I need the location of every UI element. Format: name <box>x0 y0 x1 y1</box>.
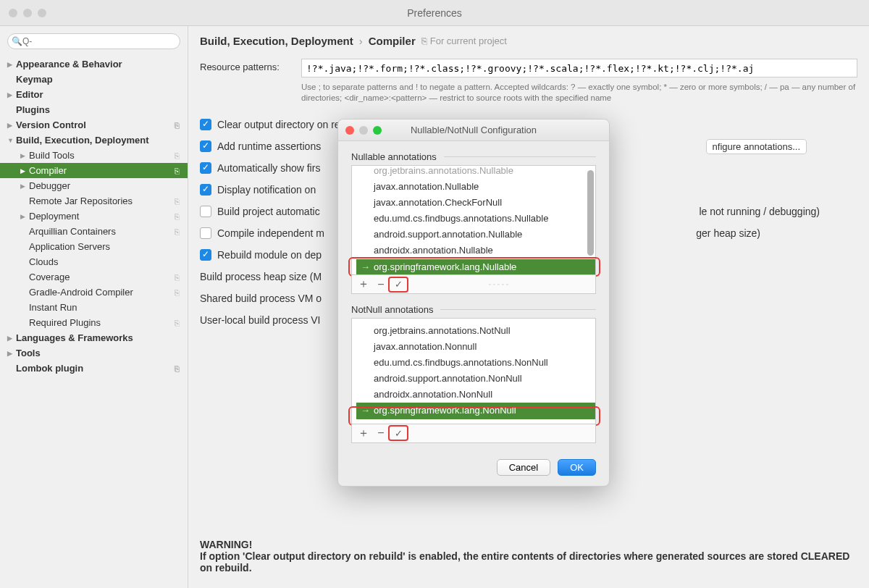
sidebar-item-label: Deployment <box>29 211 79 222</box>
sidebar-item-label: Application Servers <box>29 241 110 252</box>
sidebar-item-coverage[interactable]: Coverage⎘ <box>0 269 188 285</box>
sidebar-item-plugins[interactable]: Plugins <box>0 102 188 117</box>
window-titlebar: Preferences <box>0 0 869 26</box>
chk-auto-show[interactable] <box>200 162 211 174</box>
sidebar-item-version-control[interactable]: ▶Version Control⎘ <box>0 117 188 133</box>
sidebar-item-editor[interactable]: ▶Editor <box>0 87 188 102</box>
sidebar-item-label: Languages & Frameworks <box>16 332 133 343</box>
sidebar-item-remote-jar-repositories[interactable]: Remote Jar Repositories⎘ <box>0 193 188 209</box>
window-title: Preferences <box>407 7 461 19</box>
sidebar-item-tools[interactable]: ▶Tools <box>0 345 188 361</box>
list-item[interactable]: org.jetbrains.annotations.NotNull <box>356 323 595 339</box>
sidebar-item-label: Compiler <box>29 165 67 176</box>
list-item[interactable]: edu.umd.cs.findbugs.annotations.NonNull <box>356 355 595 371</box>
list-item[interactable]: org.springframework.lang.Nullable <box>356 259 595 275</box>
project-scope-icon: ⎘ <box>172 287 182 298</box>
sidebar-item-label: Build, Execution, Deployment <box>16 135 148 146</box>
resource-input[interactable] <box>301 59 857 77</box>
cancel-button[interactable]: Cancel <box>497 459 550 476</box>
modal-title: Nullable/NotNull Configuration <box>411 125 537 135</box>
sidebar-item-label: Arquillian Containers <box>29 226 116 237</box>
modal-minimize-icon[interactable] <box>359 126 368 135</box>
sidebar-item-languages-frameworks[interactable]: ▶Languages & Frameworks <box>0 330 188 345</box>
nullable-listbox[interactable]: org.jetbrains.annotations.Nullablejavax.… <box>351 165 596 275</box>
set-default-button[interactable]: ✓ <box>390 277 407 292</box>
chk-clear-output[interactable] <box>200 119 211 130</box>
sidebar-item-label: Instant Run <box>29 302 77 313</box>
list-item[interactable]: android.support.annotation.NonNull <box>356 371 595 387</box>
minimize-window-icon[interactable] <box>23 9 32 17</box>
list-item[interactable]: android.support.annotation.Nullable <box>356 227 595 243</box>
sidebar-item-clouds[interactable]: Clouds <box>0 254 188 269</box>
list-item[interactable]: javax.annotation.Nonnull <box>356 339 595 355</box>
search-input[interactable] <box>7 33 180 49</box>
sidebar-item-instant-run[interactable]: Instant Run <box>0 300 188 315</box>
ok-button[interactable]: OK <box>558 459 596 476</box>
chk-compile-independent-label: Compile independent m <box>217 227 324 239</box>
add-button[interactable]: ＋ <box>355 426 372 440</box>
chk-display-notification[interactable] <box>200 184 211 196</box>
chk-auto-show-label: Automatically show firs <box>217 162 320 174</box>
list-item[interactable]: androidx.annotation.Nullable <box>356 243 595 259</box>
list-item[interactable]: androidx.annotation.NonNull <box>356 387 595 403</box>
sidebar-item-label: Lombok plugin <box>16 363 83 374</box>
zoom-window-icon[interactable] <box>38 9 46 17</box>
sidebar-item-keymap[interactable]: Keymap <box>0 72 188 87</box>
scrollbar-thumb[interactable] <box>587 170 594 256</box>
modal-close-icon[interactable] <box>345 126 354 135</box>
sidebar-item-gradle-android-compiler[interactable]: Gradle-Android Compiler⎘ <box>0 285 188 300</box>
notnull-section-label: NotNull annotations <box>351 304 596 315</box>
modal-titlebar: Nullable/NotNull Configuration <box>338 119 609 141</box>
chk-rebuild-module[interactable] <box>200 249 211 261</box>
sidebar-item-compiler[interactable]: ▶Compiler⎘ <box>0 163 188 178</box>
set-default-button[interactable]: ✓ <box>390 426 407 440</box>
chk-runtime-assertions[interactable] <box>200 140 211 152</box>
sidebar-item-label: Gradle-Android Compiler <box>29 287 133 298</box>
sidebar-item-deployment[interactable]: ▶Deployment⎘ <box>0 209 188 224</box>
remove-button[interactable]: − <box>372 277 390 292</box>
project-scope-icon: ⎘ <box>172 196 182 206</box>
bc-current: Compiler <box>369 35 416 47</box>
bc-meta: ⎘ For current project <box>421 35 507 46</box>
notnull-listbox[interactable]: org.jetbrains.annotations.NotNulljavax.a… <box>351 318 596 424</box>
list-item[interactable]: org.springframework.lang.NonNull <box>356 403 595 419</box>
bc-root[interactable]: Build, Execution, Deployment <box>200 35 353 47</box>
sidebar-item-label: Tools <box>16 348 41 358</box>
project-scope-icon: ⎘ <box>172 211 182 222</box>
list-item[interactable]: edu.umd.cs.findbugs.annotations.Nullable <box>356 211 595 227</box>
sidebar-item-lombok-plugin[interactable]: Lombok plugin⎘ <box>0 361 188 376</box>
chk-compile-independent[interactable] <box>200 227 211 239</box>
project-scope-icon: ⎘ <box>172 318 182 328</box>
disclosure-icon: ▶ <box>7 122 16 129</box>
highlight-annotation-icon <box>388 425 408 441</box>
sidebar-item-required-plugins[interactable]: Required Plugins⎘ <box>0 315 188 330</box>
modal-zoom-icon[interactable] <box>373 126 382 135</box>
chk-build-project-auto[interactable] <box>200 206 211 217</box>
chevron-right-icon: › <box>359 35 363 47</box>
close-window-icon[interactable] <box>9 9 17 17</box>
sidebar-item-debugger[interactable]: ▶Debugger <box>0 178 188 193</box>
nullable-config-modal: Nullable/NotNull Configuration Nullable … <box>337 119 610 487</box>
sidebar-item-label: Version Control <box>16 119 86 130</box>
list-item[interactable]: org.jetbrains.annotations.Nullable <box>356 165 595 179</box>
modal-footer: Cancel OK <box>338 452 609 486</box>
sidebar-item-application-servers[interactable]: Application Servers <box>0 239 188 254</box>
sidebar-item-label: Debugger <box>29 180 70 191</box>
configure-annotations-button[interactable]: nfigure annotations... <box>706 139 807 154</box>
chk-rebuild-module-label: Rebuild module on dep <box>217 249 322 261</box>
sidebar-item-arquillian-containers[interactable]: Arquillian Containers⎘ <box>0 224 188 239</box>
resource-label: Resource patterns: <box>200 59 301 72</box>
sidebar-item-build-tools[interactable]: ▶Build Tools⎘ <box>0 148 188 163</box>
sidebar-item-build-execution-deployment[interactable]: ▼Build, Execution, Deployment <box>0 133 188 148</box>
add-button[interactable]: ＋ <box>355 277 372 292</box>
project-scope-icon: ⎘ <box>172 166 182 176</box>
resizer-icon[interactable]: ╴╴╴╴╴ <box>407 281 592 288</box>
sidebar-item-appearance-behavior[interactable]: ▶Appearance & Behavior <box>0 56 188 72</box>
disclosure-icon: ▶ <box>20 213 29 220</box>
disclosure-icon: ▶ <box>7 350 16 357</box>
list-item[interactable]: javax.annotation.Nullable <box>356 179 595 195</box>
remove-button[interactable]: − <box>372 426 390 440</box>
list-item[interactable]: javax.annotation.CheckForNull <box>356 195 595 211</box>
notnull-toolbar: ＋ − ✓ <box>351 424 596 443</box>
warning-body: If option 'Clear output directory on reb… <box>200 550 849 574</box>
